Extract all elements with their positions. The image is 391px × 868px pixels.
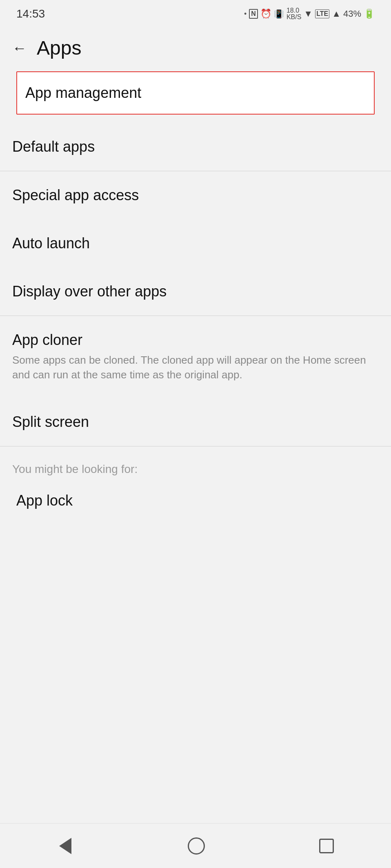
menu-item-special-app-access[interactable]: Special app access — [0, 171, 391, 219]
back-triangle-icon — [57, 838, 73, 854]
status-icons: • N ⏰ 📳 18.0KB/S ▼ LTE ▲ 43% 🔋 — [244, 7, 375, 20]
battery-percent: 43% — [343, 9, 361, 19]
nav-back-button[interactable] — [57, 838, 73, 854]
split-screen-label: Split screen — [12, 413, 89, 430]
looking-for-label: You might be looking for: — [12, 463, 379, 476]
display-over-other-apps-label: Display over other apps — [12, 283, 167, 300]
menu-item-display-over-other-apps[interactable]: Display over other apps — [0, 267, 391, 316]
menu-item-app-cloner[interactable]: App cloner Some apps can be cloned. The … — [0, 316, 391, 398]
menu-item-app-management[interactable]: App management — [16, 71, 375, 115]
vibrate-icon: 📳 — [274, 9, 284, 19]
nav-recents-button[interactable] — [319, 839, 334, 853]
app-lock-label: App lock — [16, 492, 73, 509]
menu-item-auto-launch[interactable]: Auto launch — [0, 219, 391, 267]
lte-icon: LTE — [315, 9, 329, 18]
home-circle-icon — [188, 837, 205, 855]
nfc-icon: N — [249, 9, 258, 19]
app-management-wrapper: App management — [0, 67, 391, 123]
alarm-icon: ⏰ — [260, 9, 271, 19]
dot-indicator: • — [244, 10, 247, 18]
page-header: ← Apps — [0, 24, 391, 67]
app-cloner-subtext: Some apps can be cloned. The cloned app … — [12, 353, 379, 382]
menu-item-split-screen[interactable]: Split screen — [0, 398, 391, 446]
looking-for-item-app-lock[interactable]: App lock — [12, 484, 379, 517]
special-app-access-label: Special app access — [12, 187, 139, 203]
signal-icon: ▲ — [332, 9, 341, 19]
app-cloner-label: App cloner — [12, 331, 82, 348]
auto-launch-label: Auto launch — [12, 235, 90, 252]
looking-for-section: You might be looking for: App lock — [0, 446, 391, 526]
page-title: Apps — [37, 37, 81, 59]
menu-item-default-apps[interactable]: Default apps — [0, 123, 391, 171]
recents-square-icon — [319, 839, 334, 853]
battery-icon: 🔋 — [364, 9, 375, 19]
status-time: 14:53 — [16, 7, 45, 20]
wifi-icon: ▼ — [304, 9, 313, 19]
default-apps-label: Default apps — [12, 138, 95, 155]
back-button[interactable]: ← — [12, 40, 27, 57]
status-bar: 14:53 • N ⏰ 📳 18.0KB/S ▼ LTE ▲ 43% 🔋 — [0, 0, 391, 24]
navigation-bar — [0, 823, 391, 868]
app-management-label: App management — [25, 84, 141, 101]
nav-home-button[interactable] — [188, 837, 205, 855]
speed-indicator: 18.0KB/S — [287, 7, 301, 20]
